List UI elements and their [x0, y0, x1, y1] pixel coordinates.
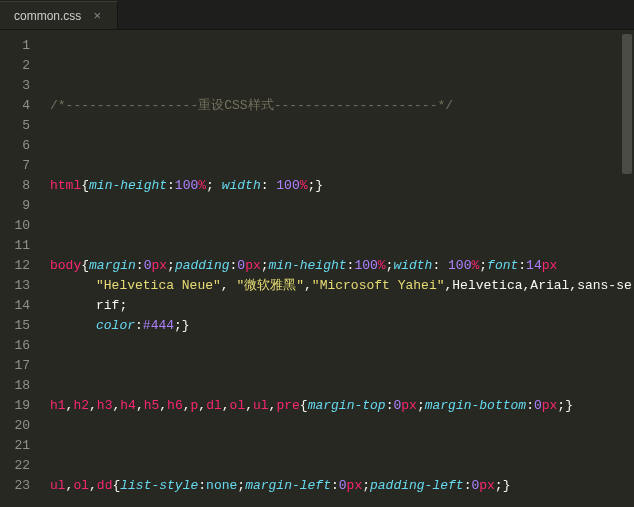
line-number: 12 — [8, 256, 30, 276]
line-number: 2 — [8, 56, 30, 76]
code-line: ul,ol,dd{list-style:none;margin-left:0px… — [50, 476, 634, 496]
line-number: 18 — [8, 376, 30, 396]
line-number: 7 — [8, 156, 30, 176]
code-area[interactable]: /*-----------------重设CSS样式--------------… — [42, 30, 634, 507]
line-number: 13 — [8, 276, 30, 296]
line-number: 21 — [8, 436, 30, 456]
line-number: 17 — [8, 356, 30, 376]
code-line: body{margin:0px;padding:0px;min-height:1… — [50, 256, 634, 336]
line-number: 1 — [8, 36, 30, 56]
tab-bar: common.css × — [0, 0, 634, 30]
line-number: 19 — [8, 396, 30, 416]
line-number: 3 — [8, 76, 30, 96]
line-number: 8 — [8, 176, 30, 196]
line-number: 23 — [8, 476, 30, 496]
scrollbar-thumb[interactable] — [622, 34, 632, 174]
line-number: 5 — [8, 116, 30, 136]
vertical-scrollbar[interactable] — [622, 34, 632, 503]
line-number: 15 — [8, 316, 30, 336]
line-number: 20 — [8, 416, 30, 436]
code-line: h1,h2,h3,h4,h5,h6,p,dl,ol,ul,pre{margin-… — [50, 396, 634, 416]
line-gutter: 1 2 3 4 5 6 7 8 9 10 11 12 13 14 15 16 1… — [0, 30, 42, 507]
line-number: 4 — [8, 96, 30, 116]
tab-label: common.css — [14, 9, 81, 23]
line-number: 14 — [8, 296, 30, 316]
line-number: 6 — [8, 136, 30, 156]
line-number: 10 — [8, 216, 30, 236]
code-line: html{min-height:100%; width: 100%;} — [50, 176, 634, 196]
code-line: /*-----------------重设CSS样式--------------… — [50, 96, 634, 116]
tab-common-css[interactable]: common.css × — [0, 1, 118, 29]
line-number: 16 — [8, 336, 30, 356]
line-number: 22 — [8, 456, 30, 476]
close-icon[interactable]: × — [91, 10, 103, 22]
line-number: 11 — [8, 236, 30, 256]
editor: 1 2 3 4 5 6 7 8 9 10 11 12 13 14 15 16 1… — [0, 30, 634, 507]
line-number: 9 — [8, 196, 30, 216]
